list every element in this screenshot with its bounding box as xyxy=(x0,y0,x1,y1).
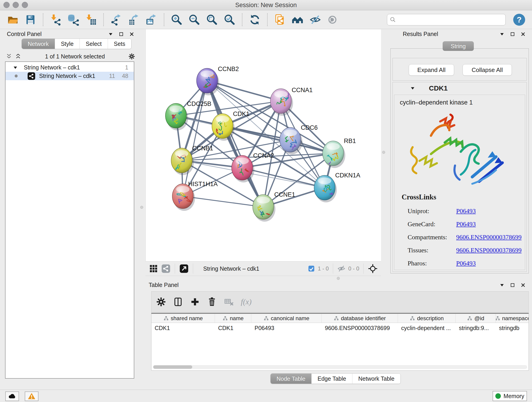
zoom-selected-button[interactable] xyxy=(222,13,237,27)
column-header-database-identifier[interactable]: database identifier xyxy=(322,314,398,323)
table-cell: 9606.ENSP00000378699 xyxy=(322,323,398,333)
column-header-name[interactable]: name xyxy=(215,314,251,323)
panel-close-icon[interactable] xyxy=(520,282,526,288)
crosslink-value-link[interactable]: 9606.ENSP00000378699 xyxy=(456,234,521,241)
network-label: String Network – cdk1 xyxy=(39,73,95,79)
save-button[interactable] xyxy=(23,13,38,27)
crosslink-value-link[interactable]: P06493 xyxy=(456,220,476,228)
expand-all-button[interactable]: Expand All xyxy=(409,64,454,76)
panel-float-icon[interactable] xyxy=(509,31,516,38)
panel-close-icon[interactable] xyxy=(520,31,526,38)
column-header-shared-name[interactable]: shared name xyxy=(152,314,215,323)
zoom-out-button[interactable] xyxy=(187,13,202,27)
export-table-button[interactable] xyxy=(127,13,141,27)
crosslink-value-link[interactable]: P06493 xyxy=(456,260,476,267)
column-type-icon xyxy=(496,316,500,321)
zoom-fit-content-button[interactable] xyxy=(205,13,219,27)
network-overview-share-icon[interactable] xyxy=(161,264,171,274)
network-view-title: String Network – cdk1 xyxy=(203,265,305,272)
cytoscape-window: Session: New Session ? Control Panel Net… xyxy=(0,0,532,402)
birds-eye-grid-icon[interactable] xyxy=(149,264,158,274)
table-row[interactable]: CDK1CDK1P064939606.ENSP00000378699cyclin… xyxy=(152,323,529,333)
refresh-button[interactable] xyxy=(247,13,262,27)
tab-string[interactable]: String xyxy=(443,41,474,51)
gene-entry-header[interactable]: CDK1 xyxy=(393,82,526,94)
import-table-button[interactable] xyxy=(84,13,98,27)
entry-expander-icon[interactable] xyxy=(409,85,416,92)
network-row[interactable]: String Network – cdk1 11 48 xyxy=(6,72,134,80)
delete-column-icon[interactable] xyxy=(207,297,217,307)
horizontal-scrollbar-thumb[interactable] xyxy=(153,365,192,369)
left-splitter-handle[interactable] xyxy=(140,206,143,209)
tab-node-table[interactable]: Node Table xyxy=(271,374,311,384)
collection-expander-icon[interactable] xyxy=(12,64,19,71)
network-canvas[interactable]: CCNB2CCNA1CDC25BCDK1CDC6RB1CCNB1CCNA2CDK… xyxy=(146,29,381,261)
detach-view-icon[interactable] xyxy=(179,264,189,274)
selected-checkbox-icon[interactable] xyxy=(308,265,315,272)
crosslinks-title: CrossLinks xyxy=(402,193,436,201)
zoom-in-button[interactable] xyxy=(169,13,184,27)
right-splitter-handle[interactable] xyxy=(382,151,385,154)
panel-menu-icon[interactable] xyxy=(107,31,114,38)
home-view-button[interactable] xyxy=(290,13,305,27)
help-button[interactable]: ? xyxy=(513,14,525,26)
panel-float-icon[interactable] xyxy=(118,31,125,38)
warnings-button[interactable] xyxy=(25,391,38,401)
import-network-file-button[interactable] xyxy=(48,13,63,27)
show-hidden-button[interactable] xyxy=(326,13,340,27)
panel-float-icon[interactable] xyxy=(509,282,516,288)
import-network-database-button[interactable] xyxy=(66,13,81,27)
tab-network[interactable]: Network xyxy=(22,39,55,49)
graph-node-ccnb1[interactable]: CCNB1 xyxy=(171,145,213,175)
network-options-gear-icon[interactable] xyxy=(128,53,135,60)
search-field[interactable] xyxy=(387,14,506,26)
main-toolbar: ? xyxy=(0,10,532,29)
crosslink-value-link[interactable]: P06493 xyxy=(456,207,476,215)
graph-node-rb1[interactable]: RB1 xyxy=(323,138,356,168)
tab-sets[interactable]: Sets xyxy=(108,39,131,49)
hide-selected-button[interactable] xyxy=(308,13,323,27)
panel-close-icon[interactable] xyxy=(128,31,135,38)
collapse-all-icon[interactable] xyxy=(6,53,12,60)
column-type-icon xyxy=(334,316,339,321)
graph-node-cdk1[interactable]: CDK1 xyxy=(212,110,249,141)
table-panel-title: Table Panel xyxy=(149,282,179,288)
column-header-description[interactable]: description xyxy=(398,314,456,323)
panel-menu-icon[interactable] xyxy=(499,282,505,288)
control-panel-tabs: NetworkStyleSelectSets xyxy=(22,38,132,49)
panel-menu-icon[interactable] xyxy=(499,31,505,38)
export-image-button[interactable] xyxy=(144,13,159,27)
column-header-id[interactable]: @id xyxy=(456,314,496,323)
open-file-button[interactable] xyxy=(6,13,20,27)
collapse-all-button[interactable]: Collapse All xyxy=(462,64,512,76)
graph-node-hist1h1a[interactable]: HIST1H1A xyxy=(172,181,218,211)
crosslink-value-link[interactable]: 9606.ENSP00000378699 xyxy=(456,247,521,254)
column-header-namespace[interactable]: namespace xyxy=(496,314,529,323)
tab-style[interactable]: Style xyxy=(55,39,80,49)
tab-edge-table[interactable]: Edge Table xyxy=(311,374,352,384)
duplicate-network-button[interactable] xyxy=(273,13,287,27)
graph-node-ccnb2[interactable]: CCNB2 xyxy=(196,65,239,95)
tab-network-table[interactable]: Network Table xyxy=(352,374,400,384)
graph-node-cdc6[interactable]: CDC6 xyxy=(280,124,318,154)
table-tabs: Node TableEdge TableNetwork Table xyxy=(270,373,401,384)
column-header-canonical-name[interactable]: canonical name xyxy=(251,314,322,323)
crosshair-icon[interactable] xyxy=(368,264,378,274)
export-network-button[interactable] xyxy=(109,13,123,27)
graph-node-ccne1[interactable]: CCNE1 xyxy=(253,191,295,222)
column-type-icon xyxy=(410,316,415,321)
crosslink-row: Compartments:9606.ENSP00000378699 xyxy=(408,230,523,244)
toolbar-separator xyxy=(43,13,43,26)
add-column-icon[interactable] xyxy=(190,297,200,307)
horizontal-scrollbar[interactable] xyxy=(153,365,527,369)
show-columns-icon[interactable] xyxy=(173,297,183,307)
cloud-button[interactable] xyxy=(5,391,19,401)
memory-button[interactable]: Memory xyxy=(493,391,527,401)
cloud-icon xyxy=(8,392,16,400)
table-settings-gear-icon[interactable] xyxy=(156,297,166,307)
search-input[interactable] xyxy=(398,16,503,23)
network-collection-row[interactable]: String Network – cdk1 1 xyxy=(6,63,134,72)
graph-node-cdkn1a[interactable]: CDKN1A xyxy=(314,172,360,202)
tab-select[interactable]: Select xyxy=(80,39,108,49)
expand-all-icon[interactable] xyxy=(15,53,22,60)
